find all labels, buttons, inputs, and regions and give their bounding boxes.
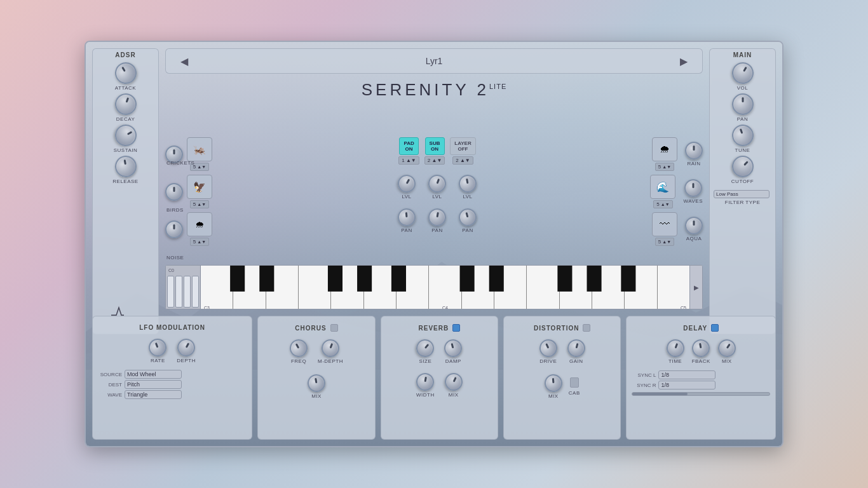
white-key[interactable] — [527, 266, 559, 309]
waves-knob[interactable] — [684, 179, 702, 197]
birds-knob[interactable] — [165, 183, 183, 201]
delay-knobs: TIME FBACK MIX — [632, 337, 770, 367]
white-key[interactable] — [397, 266, 429, 309]
noise-knob[interactable] — [165, 220, 183, 238]
white-key[interactable] — [331, 266, 363, 309]
next-button[interactable]: ▶ — [675, 54, 693, 69]
distortion-drive-knob[interactable] — [536, 336, 560, 360]
white-key[interactable] — [266, 266, 299, 309]
layer-stepper[interactable]: 2 ▲▼ — [452, 156, 473, 165]
cab-button[interactable] — [570, 377, 579, 388]
distortion-bottom: MIX CAB — [509, 372, 615, 402]
distortion-panel: DISTORTION DRIVE GAIN MIX — [503, 316, 621, 440]
white-key[interactable] — [625, 266, 657, 309]
white-key[interactable] — [592, 266, 625, 309]
filter-type-select[interactable]: Low Pass High Pass Band Pass Notch — [714, 190, 770, 198]
cutoff-knob[interactable] — [727, 151, 757, 182]
distortion-mix-knob[interactable] — [544, 374, 563, 393]
lfo-knobs: RATE DEPTH — [98, 336, 247, 366]
layer-lvl-knob[interactable] — [458, 173, 478, 194]
white-key[interactable] — [429, 266, 461, 309]
lfo-dest-select[interactable]: Pitch Filter Volume Pan — [125, 380, 182, 389]
delay-time-label: TIME — [668, 358, 682, 364]
birds-stepper[interactable]: 5 ▲▼ — [190, 200, 209, 208]
keyboard-right-arrow[interactable]: ▶ — [689, 266, 702, 309]
white-key[interactable] — [364, 266, 397, 309]
chorus-freq-knob[interactable] — [287, 336, 311, 360]
lfo-source-select[interactable]: Mod Wheel Velocity Aftertouch — [125, 370, 182, 379]
delay-mix-knob[interactable] — [714, 336, 739, 361]
pad-pan-knob[interactable] — [397, 208, 416, 227]
rain-stepper[interactable]: 5 ▲▼ — [655, 163, 674, 171]
white-key[interactable] — [658, 266, 689, 309]
lfo-rate-knob[interactable] — [146, 336, 169, 359]
distortion-gain-knob[interactable] — [566, 337, 587, 359]
reverb-width-knob[interactable] — [415, 372, 435, 392]
white-key[interactable] — [494, 266, 527, 309]
delay-slider[interactable] — [632, 392, 770, 396]
filter-type-label: FILTER TYPE — [714, 200, 771, 205]
delay-toggle[interactable] — [711, 324, 719, 332]
tune-knob[interactable] — [729, 121, 757, 149]
sync-l-select[interactable]: 1/8 1/4 1/2 1/16 1/1 — [658, 370, 715, 379]
main-panel: MAIN VOL PAN TUNE CUTOFF Low Pass High P… — [709, 48, 776, 334]
sync-l-label: SYNC L — [632, 372, 656, 378]
pad-stepper[interactable]: 1 ▲▼ — [398, 156, 419, 165]
waves-row: 🌊 5 ▲▼ WAVES — [611, 175, 703, 208]
white-key[interactable] — [299, 266, 331, 309]
reverb-damp-knob[interactable] — [442, 337, 464, 359]
reverb-size-knob[interactable] — [413, 336, 438, 360]
white-key[interactable] — [560, 266, 592, 309]
sub-pan-knob[interactable] — [427, 207, 447, 227]
sub-lvl-knob[interactable] — [426, 172, 449, 195]
vol-knob[interactable] — [728, 58, 757, 88]
lfo-wave-row: WAVE Triangle Sine Square Sawtooth Rando… — [98, 390, 247, 399]
sync-r-label: SYNC R — [632, 383, 656, 388]
aqua-knob[interactable] — [685, 217, 703, 234]
crickets-label: CRICKETS — [166, 160, 194, 166]
white-key[interactable] — [201, 266, 233, 309]
chorus-mix-knob[interactable] — [306, 373, 327, 393]
small-white-key[interactable] — [167, 276, 174, 308]
noise-stepper[interactable]: 5 ▲▼ — [190, 238, 209, 246]
white-key[interactable] — [462, 266, 494, 309]
attack-knob[interactable] — [111, 58, 140, 88]
lfo-source-label: SOURCE — [98, 372, 122, 377]
lfo-depth-knob[interactable] — [174, 336, 198, 360]
delay-fback-knob[interactable] — [691, 338, 711, 358]
lfo-wave-select[interactable]: Triangle Sine Square Sawtooth Random — [125, 390, 182, 399]
layer-pan-knob[interactable] — [457, 207, 478, 228]
pad-lvl-knob[interactable] — [395, 172, 419, 196]
rain-knob[interactable] — [685, 142, 703, 159]
reverb-mix-knob[interactable] — [442, 370, 465, 393]
small-white-key[interactable] — [175, 276, 182, 308]
waves-stepper[interactable]: 5 ▲▼ — [653, 200, 672, 208]
sustain-knob[interactable] — [111, 121, 140, 150]
layer-button[interactable]: LAYER OFF — [450, 137, 475, 155]
delay-time-knob[interactable] — [664, 337, 687, 360]
main-title: MAIN — [710, 49, 775, 60]
lfo-panel: LFO MODULATION RATE DEPTH SOURCE Mod Whe… — [92, 316, 252, 440]
rain-icon: 🌧 — [652, 137, 677, 161]
sub-button[interactable]: SUB ON — [425, 137, 445, 155]
aqua-label: AQUA — [686, 236, 702, 241]
decay-knob[interactable] — [112, 90, 140, 118]
chorus-toggle[interactable] — [330, 324, 338, 332]
aqua-icon: 〰 — [652, 212, 677, 236]
small-white-key[interactable] — [192, 276, 199, 308]
crickets-row: 🦗 5 ▲▼ CRICKETS — [165, 137, 264, 171]
aqua-stepper[interactable]: 5 ▲▼ — [655, 238, 674, 246]
sync-r-select[interactable]: 1/8 1/4 1/2 1/16 1/1 — [658, 381, 715, 390]
prev-button[interactable]: ◀ — [175, 54, 193, 69]
reverb-toggle[interactable] — [452, 324, 460, 332]
main-pan-knob[interactable] — [732, 93, 754, 115]
pad-button[interactable]: PAD ON — [399, 137, 418, 155]
white-key[interactable] — [233, 266, 266, 309]
distortion-toggle[interactable] — [583, 324, 590, 332]
chorus-mdepth-knob[interactable] — [319, 337, 342, 360]
release-knob-container: RELEASE — [93, 156, 158, 184]
sub-stepper[interactable]: 2 ▲▼ — [424, 156, 445, 165]
release-knob[interactable] — [113, 154, 138, 179]
vol-label: VOL — [737, 85, 749, 91]
small-white-key[interactable] — [184, 276, 191, 308]
